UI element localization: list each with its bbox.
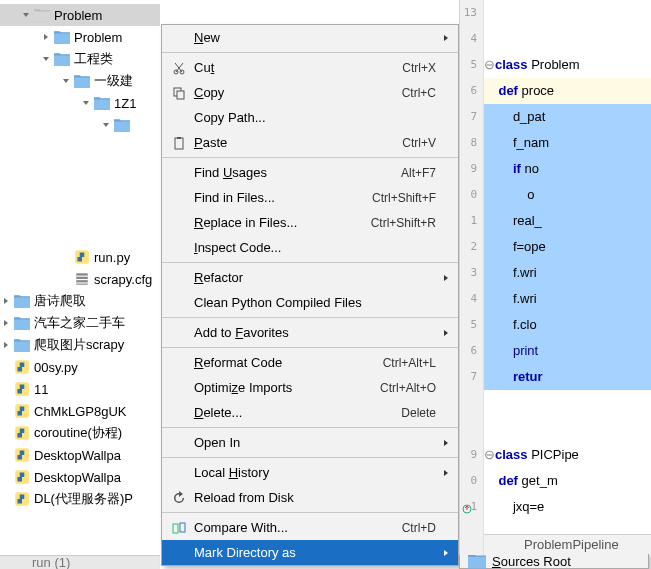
menu-item-clean-python-compiled-files[interactable]: Clean Python Compiled Files [162,290,458,315]
code-line[interactable] [484,416,651,442]
code-line[interactable]: ⊖class Problem [484,52,580,78]
tree-arrow-icon[interactable] [40,31,52,43]
menu-item-copy[interactable]: CopyCtrl+C [162,80,458,105]
tree-arrow-icon[interactable] [0,449,12,461]
code-line[interactable]: def proce [484,78,651,104]
tree-item[interactable] [0,158,160,180]
code-line[interactable]: ⊖class PICPipe [484,442,579,468]
tree-item[interactable] [0,136,160,158]
bottom-tab-run[interactable]: run (1) [0,555,160,569]
menu-item-inspect-code[interactable]: Inspect Code... [162,235,458,260]
line-number: 7 [470,370,477,383]
code-line[interactable]: f.wri [484,286,651,312]
code-line[interactable]: if no [484,156,651,182]
menu-item-add-to-favorites[interactable]: Add to Favorites [162,320,458,345]
project-tree[interactable]: ProblemProblem工程类一级建1Z1run.pyscrapy.cfg唐… [0,0,160,569]
menu-item-open-in[interactable]: Open In [162,430,458,455]
code-line[interactable]: f.wri [484,260,651,286]
tree-arrow-icon[interactable] [120,185,132,197]
tree-item[interactable]: 汽车之家二手车 [0,312,160,334]
tree-arrow-icon[interactable] [0,317,12,329]
tree-arrow-icon[interactable] [60,75,72,87]
tree-item[interactable]: 爬取图片scrapy [0,334,160,356]
code-line[interactable]: f=ope [484,234,651,260]
tree-arrow-icon[interactable] [0,493,12,505]
tree-arrow-icon[interactable] [0,471,12,483]
py-icon [14,447,30,463]
tree-item[interactable] [0,224,160,246]
tree-item[interactable] [0,114,160,136]
tree-arrow-icon[interactable] [60,273,72,285]
tree-item[interactable]: coroutine(协程) [0,422,160,444]
tree-arrow-icon[interactable] [60,251,72,263]
tree-item[interactable]: DesktopWallpa [0,466,160,488]
code-line[interactable] [484,0,651,26]
tree-item[interactable]: ChMkLGP8gUK [0,400,160,422]
tree-item[interactable]: Problem [0,26,160,48]
tree-item[interactable]: DL(代理服务器)P [0,488,160,510]
tree-arrow-icon[interactable] [20,9,32,21]
tree-arrow-icon[interactable] [0,295,12,307]
menu-item-find-in-files[interactable]: Find in Files...Ctrl+Shift+F [162,185,458,210]
menu-item-paste[interactable]: PasteCtrl+V [162,130,458,155]
menu-item-reformat-code[interactable]: Reformat CodeCtrl+Alt+L [162,350,458,375]
tree-arrow-icon[interactable] [0,405,12,417]
tree-arrow-icon[interactable] [0,339,12,351]
menu-item-local-history[interactable]: Local History [162,460,458,485]
tree-item[interactable]: 一级建 [0,70,160,92]
code-line[interactable]: d_pat [484,104,651,130]
menu-item-delete[interactable]: Delete...Delete [162,400,458,425]
menu-item-cut[interactable]: CutCtrl+X [162,55,458,80]
tree-arrow-icon[interactable] [0,427,12,439]
menu-item-compare-with[interactable]: Compare With...Ctrl+D [162,515,458,540]
editor-breadcrumb[interactable]: ProblemPipeline [484,534,651,554]
submenu-item-sources-root[interactable]: Sources Root [460,553,648,569]
code-line[interactable]: jxq=e [484,494,651,520]
menu-item-label: Delete... [194,405,401,420]
tree-item[interactable]: 11 [0,378,160,400]
menu-item-find-usages[interactable]: Find UsagesAlt+F7 [162,160,458,185]
tree-arrow-icon[interactable] [120,163,132,175]
override-up-icon[interactable] [462,502,472,512]
menu-item-reload-from-disk[interactable]: Reload from Disk [162,485,458,510]
tree-arrow-icon[interactable] [0,383,12,395]
tree-item[interactable]: 00sy.py [0,356,160,378]
menu-item-new[interactable]: New [162,25,458,50]
tree-item[interactable]: 1Z1 [0,92,160,114]
tree-item[interactable]: DesktopWallpa [0,444,160,466]
tree-arrow-icon[interactable] [80,97,92,109]
code-line[interactable]: print [484,338,651,364]
code-line[interactable] [484,390,651,416]
code-line[interactable]: real_ [484,208,651,234]
tree-arrow-icon[interactable] [120,207,132,219]
code-line[interactable]: retur [484,364,651,390]
code-line[interactable]: f.clo [484,312,651,338]
tree-item[interactable]: run.py [0,246,160,268]
code-line[interactable]: o [484,182,651,208]
editor-gutter[interactable]: 1345678901234567901 [459,0,484,555]
tree-item[interactable]: 唐诗爬取 [0,290,160,312]
tree-arrow-icon[interactable] [120,229,132,241]
code-line[interactable] [484,26,651,52]
tree-arrow-icon[interactable] [100,119,112,131]
menu-shortcut: Ctrl+Alt+O [380,381,436,395]
tree-arrow-icon[interactable] [40,53,52,65]
folder-blue-icon [54,29,70,45]
tree-item[interactable]: scrapy.cfg [0,268,160,290]
menu-item-replace-in-files[interactable]: Replace in Files...Ctrl+Shift+R [162,210,458,235]
tree-arrow-icon[interactable] [120,141,132,153]
tree-item[interactable] [0,180,160,202]
menu-item-optimize-imports[interactable]: Optimize ImportsCtrl+Alt+O [162,375,458,400]
menu-item-mark-directory-as[interactable]: Mark Directory as [162,540,458,565]
menu-item-copy-path[interactable]: Copy Path... [162,105,458,130]
code-line[interactable]: f_nam [484,130,651,156]
tree-item-label: DesktopWallpa [34,448,121,463]
tree-item[interactable] [0,202,160,224]
menu-item-refactor[interactable]: Refactor [162,265,458,290]
tree-item[interactable]: Problem [0,4,160,26]
code-editor[interactable]: ⊖class Problem def proce d_pat f_nam if … [484,0,651,534]
tree-arrow-icon[interactable] [0,361,12,373]
tree-item[interactable]: 工程类 [0,48,160,70]
tree-item-label: run.py [94,250,130,265]
code-line[interactable]: def get_m [484,468,651,494]
